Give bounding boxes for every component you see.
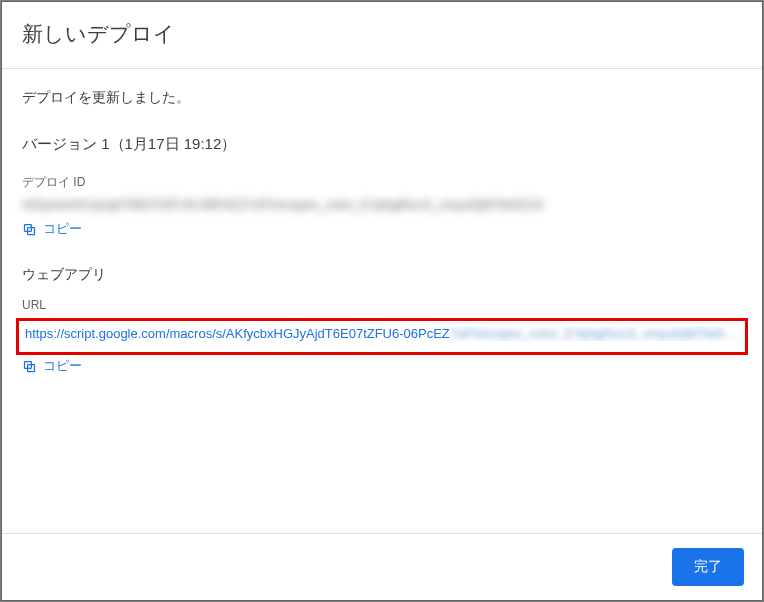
done-button[interactable]: 完了 bbox=[672, 548, 744, 586]
copy-icon bbox=[22, 359, 37, 374]
copy-url-button[interactable]: コピー bbox=[43, 357, 82, 375]
new-deployment-dialog: 新しいデプロイ デプロイを更新しました。 バージョン 1（1月17日 19:12… bbox=[1, 1, 763, 601]
dialog-title: 新しいデプロイ bbox=[22, 20, 742, 48]
url-highlight-box: https://script.google.com/macros/s/AKfyc… bbox=[16, 318, 748, 355]
update-message: デプロイを更新しました。 bbox=[22, 89, 742, 107]
copy-url-row[interactable]: コピー bbox=[22, 357, 742, 375]
webapp-url-blurred: 7oFhAcspex_zxtnr_EYphgRszJt_vmyuDjM7kk5… bbox=[450, 326, 737, 341]
dialog-footer: 完了 bbox=[2, 533, 762, 600]
copy-deploy-id-row[interactable]: コピー bbox=[22, 220, 742, 238]
dialog-titlebar: 新しいデプロイ bbox=[2, 2, 762, 69]
dialog-body: デプロイを更新しました。 バージョン 1（1月17日 19:12） デプロイ I… bbox=[2, 69, 762, 375]
webapp-url[interactable]: https://script.google.com/macros/s/AKfyc… bbox=[25, 326, 739, 341]
copy-icon bbox=[22, 222, 37, 237]
url-label: URL bbox=[22, 298, 742, 312]
deploy-id-value: AKfycbxHGJyAjdT6E07tZFU6-06PcEZ7oFhAcspe… bbox=[22, 197, 742, 212]
copy-deploy-id-button[interactable]: コピー bbox=[43, 220, 82, 238]
webapp-url-visible: https://script.google.com/macros/s/AKfyc… bbox=[25, 326, 450, 341]
webapp-heading: ウェブアプリ bbox=[22, 266, 742, 284]
version-line: バージョン 1（1月17日 19:12） bbox=[22, 135, 742, 154]
deploy-id-label: デプロイ ID bbox=[22, 174, 742, 191]
